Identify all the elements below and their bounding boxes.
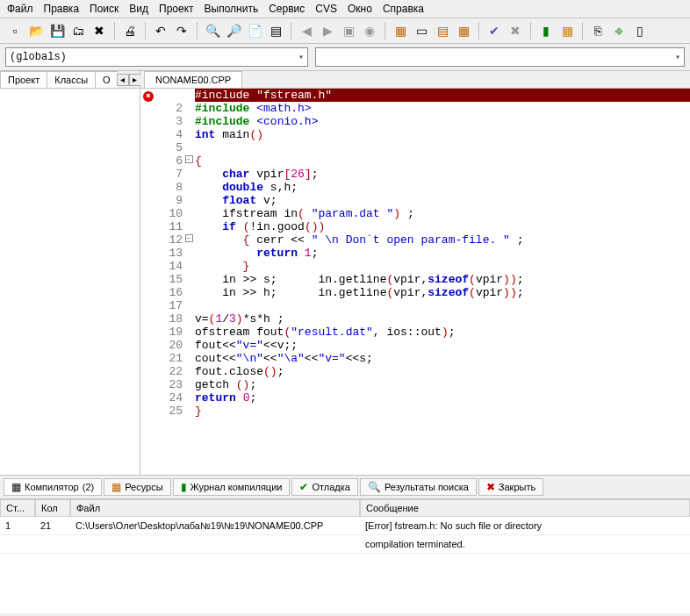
bookmark-icon[interactable]: ▤: [266, 21, 285, 40]
replace-icon[interactable]: 🔎: [224, 21, 243, 40]
cycle-icon[interactable]: ◉: [360, 21, 379, 40]
find-icon[interactable]: 🔍: [203, 21, 222, 40]
scope-value: (globals): [10, 51, 67, 63]
code-line[interactable]: 11 if (!in.good()): [140, 220, 690, 233]
check-icon[interactable]: ✔: [485, 21, 504, 40]
close-icon[interactable]: ✖: [90, 21, 109, 40]
menu-item[interactable]: Справка: [383, 3, 424, 15]
scope-row: (globals) ▾ ▾: [0, 44, 690, 71]
col-file[interactable]: Файл: [70, 499, 360, 517]
save-all-icon[interactable]: 🗂: [68, 21, 88, 40]
code-line[interactable]: 19ofstream fout("result.dat", ios::out);: [140, 326, 690, 339]
col-message[interactable]: Сообщение: [360, 499, 690, 517]
code-line[interactable]: 13 return 1;: [140, 247, 690, 260]
code-line[interactable]: 20fout<<"v="<<v;;: [140, 339, 690, 352]
message-row[interactable]: compilation terminated.: [0, 535, 690, 554]
menu-item[interactable]: Окно: [348, 3, 372, 15]
code-line[interactable]: 22fout.close();: [140, 365, 690, 378]
code-line[interactable]: 15 in >> s; in.getline(vpir,sizeof(vpir)…: [140, 273, 690, 286]
indent-icon[interactable]: ▶: [318, 21, 337, 40]
code-line[interactable]: 6−{: [140, 154, 690, 168]
scroll-left-icon[interactable]: ◂: [117, 74, 129, 86]
scroll-right-icon[interactable]: ▸: [129, 74, 141, 86]
tab-debug[interactable]: ✔ Отладка: [291, 478, 357, 496]
tab-resources[interactable]: ▦ Ресурсы: [104, 478, 170, 496]
chevron-down-icon: ▾: [675, 52, 680, 62]
code-line[interactable]: 23getch ();: [140, 378, 690, 391]
chart2-icon[interactable]: ▦: [557, 21, 577, 40]
save-icon[interactable]: 💾: [47, 21, 67, 40]
code-line[interactable]: ✖#include "fstream.h": [140, 89, 690, 102]
message-row[interactable]: 121C:\Users\Олег\Desktop\лаба№19\№19\NON…: [0, 517, 690, 535]
door3-icon[interactable]: ▯: [630, 21, 650, 40]
undo-icon[interactable]: ↶: [151, 21, 170, 40]
menu-item[interactable]: Файл: [7, 3, 33, 15]
file-tab[interactable]: NONAME00.CPP: [144, 71, 242, 88]
menu-item[interactable]: Вид: [129, 3, 148, 15]
left-panel-tabs: Проект Классы О ◂ ▸: [0, 71, 140, 89]
open-file-icon[interactable]: 📂: [26, 21, 46, 40]
code-line[interactable]: 7 char vpir[26];: [140, 168, 690, 181]
outdent-icon[interactable]: ◀: [297, 21, 316, 40]
goto-icon[interactable]: 📄: [245, 21, 264, 40]
code-line[interactable]: 25}: [140, 405, 690, 418]
code-line[interactable]: 4int main(): [140, 128, 690, 141]
fold-icon[interactable]: −: [185, 234, 193, 242]
chart-icon[interactable]: ▮: [536, 21, 556, 40]
fold-icon[interactable]: −: [185, 155, 193, 163]
code-line[interactable]: 17: [140, 299, 690, 312]
log-icon: ▮: [181, 481, 187, 493]
code-line[interactable]: 21cout<<"\n"<<"\a"<<"v="<<s;: [140, 352, 690, 365]
resources-icon: ▦: [111, 481, 121, 493]
tab-classes[interactable]: Классы: [47, 71, 96, 88]
tab-compile-log[interactable]: ▮ Журнал компиляции: [173, 478, 291, 496]
check-icon: ✔: [299, 481, 308, 493]
main-area: Проект Классы О ◂ ▸ NONAME00.CPP ✖#inclu…: [0, 71, 690, 475]
code-line[interactable]: 5: [140, 141, 690, 154]
door1-icon[interactable]: ⎘: [588, 21, 607, 40]
menu-item[interactable]: Проект: [159, 3, 194, 15]
code-line[interactable]: 10 ifstream in( "param.dat ") ;: [140, 207, 690, 220]
menu-item[interactable]: Выполнить: [205, 3, 259, 15]
cancel-icon[interactable]: ✖: [506, 21, 525, 40]
bottom-tabs: ▦ Компилятор (2) ▦ Ресурсы ▮ Журнал комп…: [0, 475, 690, 499]
code-line[interactable]: 9 float v;: [140, 194, 690, 207]
code-line[interactable]: 14 }: [140, 260, 690, 273]
code-editor[interactable]: ✖#include "fstream.h"2#include <math.h>3…: [140, 89, 690, 475]
col-col[interactable]: Кол: [35, 499, 70, 517]
new-file-icon[interactable]: ▫: [5, 21, 25, 40]
code-line[interactable]: 2#include <math.h>: [140, 102, 690, 115]
tab-close[interactable]: ✖ Закрыть: [478, 478, 543, 496]
left-panel-content: [0, 89, 140, 475]
door2-icon[interactable]: ⎆: [609, 21, 629, 40]
grid3-icon[interactable]: ▤: [433, 21, 452, 40]
block-icon[interactable]: ▣: [339, 21, 358, 40]
tab-other[interactable]: О: [95, 71, 118, 88]
scope-combo[interactable]: (globals) ▾: [5, 47, 308, 67]
member-combo[interactable]: ▾: [315, 47, 685, 67]
tab-search-results[interactable]: 🔍 Результаты поиска: [360, 478, 477, 496]
left-panel: Проект Классы О ◂ ▸: [0, 71, 140, 475]
code-line[interactable]: 24return 0;: [140, 391, 690, 405]
code-line[interactable]: 3#include <conio.h>: [140, 115, 690, 128]
close-icon: ✖: [486, 481, 495, 493]
compiler-messages: Ст... Кол Файл Сообщение 121C:\Users\Оле…: [0, 499, 690, 613]
grid4-icon[interactable]: ▦: [454, 21, 473, 40]
code-line[interactable]: 8 double s,h;: [140, 181, 690, 194]
menu-item[interactable]: Сервис: [269, 3, 305, 15]
tab-project[interactable]: Проект: [0, 71, 47, 88]
grid1-icon[interactable]: ▦: [391, 21, 410, 40]
code-line[interactable]: 18v=(1/3)*s*h ;: [140, 312, 690, 326]
print-icon[interactable]: 🖨: [120, 21, 140, 40]
editor-panel: NONAME00.CPP ✖#include "fstream.h"2#incl…: [140, 71, 690, 475]
redo-icon[interactable]: ↷: [172, 21, 191, 40]
code-line[interactable]: 12− { cerr << " \n Don`t open param-file…: [140, 233, 690, 247]
tab-compiler[interactable]: ▦ Компилятор (2): [4, 478, 102, 496]
menu-item[interactable]: CVS: [315, 3, 337, 15]
menu-item[interactable]: Поиск: [90, 3, 119, 15]
menu-item[interactable]: Правка: [44, 3, 80, 15]
col-line[interactable]: Ст...: [0, 499, 35, 517]
code-line[interactable]: 16 in >> h; in.getline(vpir,sizeof(vpir)…: [140, 286, 690, 299]
error-icon: ✖: [143, 91, 154, 102]
grid2-icon[interactable]: ▭: [412, 21, 431, 40]
